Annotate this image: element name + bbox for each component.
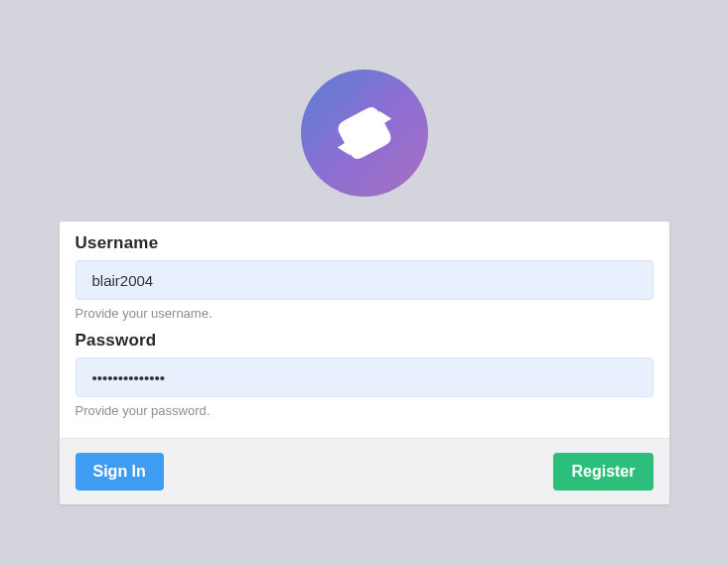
password-label: Password xyxy=(75,331,654,351)
password-help: Provide your password. xyxy=(75,403,654,418)
logo-icon xyxy=(301,70,428,197)
logo-mark-icon xyxy=(325,93,404,173)
login-card: Username Provide your username. Password… xyxy=(60,221,669,504)
login-footer: Sign In Register xyxy=(60,438,669,504)
logo-container xyxy=(301,70,428,197)
password-group: Password Provide your password. xyxy=(75,331,654,418)
username-input[interactable] xyxy=(75,260,654,300)
username-label: Username xyxy=(75,233,654,253)
username-group: Username Provide your username. xyxy=(75,233,654,321)
login-form: Username Provide your username. Password… xyxy=(60,221,669,438)
username-help: Provide your username. xyxy=(75,306,654,321)
signin-button[interactable]: Sign In xyxy=(75,453,164,491)
register-button[interactable]: Register xyxy=(553,453,653,491)
password-input[interactable] xyxy=(75,357,654,397)
